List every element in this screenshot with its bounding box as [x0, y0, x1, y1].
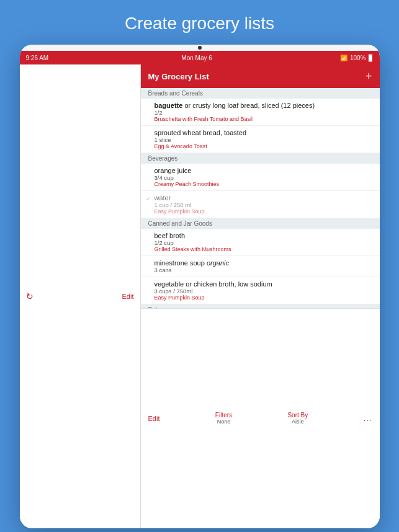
sidebar-edit-button[interactable]: Edit: [122, 293, 134, 300]
list-item[interactable]: minestrone soup organic 3 cans: [141, 256, 380, 277]
item-name: orange juice: [155, 167, 372, 174]
sort-value: Aisle: [292, 419, 304, 425]
item-name: water: [155, 194, 372, 202]
item-source: Bruschetta with Fresh Tomato and Basil: [155, 116, 372, 122]
grocery-list[interactable]: Breads and Cereals baguette or crusty lo…: [141, 88, 380, 308]
item-detail: 1 cup / 250 ml: [155, 202, 372, 208]
list-item[interactable]: baguette or crusty long loaf bread, slic…: [141, 99, 380, 126]
list-item[interactable]: sprouted wheat bread, toasted 1 slice Eg…: [141, 126, 380, 153]
item-detail: 3/4 cup: [155, 174, 372, 181]
item-source: Easy Pumpkin Soup: [155, 295, 372, 301]
item-name: sprouted wheat bread, toasted: [155, 129, 372, 136]
item-name: baguette or crusty long loaf bread, slic…: [155, 102, 372, 109]
status-time: 9:26 AM: [26, 55, 49, 61]
device-frame: 9:26 AM Mon May 6 📶 100% ▊ ☰: [20, 45, 380, 528]
item-source: Grilled Steaks with Mushrooms: [155, 246, 372, 252]
battery-icon: ▊: [369, 55, 374, 61]
battery-label: 100%: [350, 55, 366, 61]
app-content: ☰: [20, 64, 380, 528]
sidebar: ☰: [20, 64, 141, 528]
item-name: beef broth: [155, 232, 372, 239]
list-item[interactable]: ✓ water 1 cup / 250 ml Easy Pumpkin Soup: [141, 191, 380, 218]
status-bar: 9:26 AM Mon May 6 📶 100% ▊: [20, 51, 380, 64]
item-detail: 1 slice: [155, 136, 372, 143]
sidebar-bottom-bar: ↻ Edit: [20, 64, 141, 528]
main-header: My Grocery List +: [141, 64, 380, 88]
section-breads-cereals: Breads and Cereals: [141, 88, 380, 99]
camera-dot: [198, 46, 202, 50]
more-button[interactable]: ...: [364, 414, 372, 423]
item-source: Easy Pumpkin Soup: [155, 208, 372, 215]
main-add-button[interactable]: +: [365, 70, 372, 83]
check-icon: ✓: [146, 196, 151, 202]
page-title: Create grocery lists: [0, 0, 399, 45]
wifi-icon: 📶: [340, 55, 347, 61]
item-name: minestrone soup organic: [155, 259, 372, 267]
item-detail: 3 cups / 750ml: [155, 288, 372, 295]
item-detail: 3 cans: [155, 267, 372, 273]
section-beverages: Beverages: [141, 153, 380, 164]
list-item[interactable]: vegetable or chicken broth, low sodium 3…: [141, 277, 380, 304]
status-date: Mon May 6: [181, 55, 212, 61]
filters-value: None: [217, 419, 231, 425]
filters-label[interactable]: Filters: [215, 412, 232, 419]
list-item[interactable]: beef broth 1/2 cup Grilled Steaks with M…: [141, 229, 380, 256]
sidebar-refresh-icon[interactable]: ↻: [26, 291, 34, 301]
sort-label[interactable]: Sort By: [287, 412, 308, 419]
main-bottom-bar: Edit Filters None Sort By Aisle ...: [141, 308, 380, 529]
sort-group[interactable]: Sort By Aisle: [287, 412, 308, 425]
filters-group[interactable]: Filters None: [215, 412, 232, 425]
item-detail: 1/2: [155, 109, 372, 116]
item-name: vegetable or chicken broth, low sodium: [155, 280, 372, 288]
list-item[interactable]: orange juice 3/4 cup Creamy Peach Smooth…: [141, 164, 380, 191]
item-source: Creamy Peach Smoothies: [155, 181, 372, 187]
section-canned-jar: Canned and Jar Goods: [141, 218, 380, 229]
item-detail: 1/2 cup: [155, 239, 372, 246]
item-source: Egg & Avocado Toast: [155, 143, 372, 149]
main-panel: My Grocery List + Breads and Cereals bag…: [141, 64, 380, 528]
main-header-title: My Grocery List: [148, 72, 209, 81]
main-edit-button[interactable]: Edit: [148, 415, 160, 422]
